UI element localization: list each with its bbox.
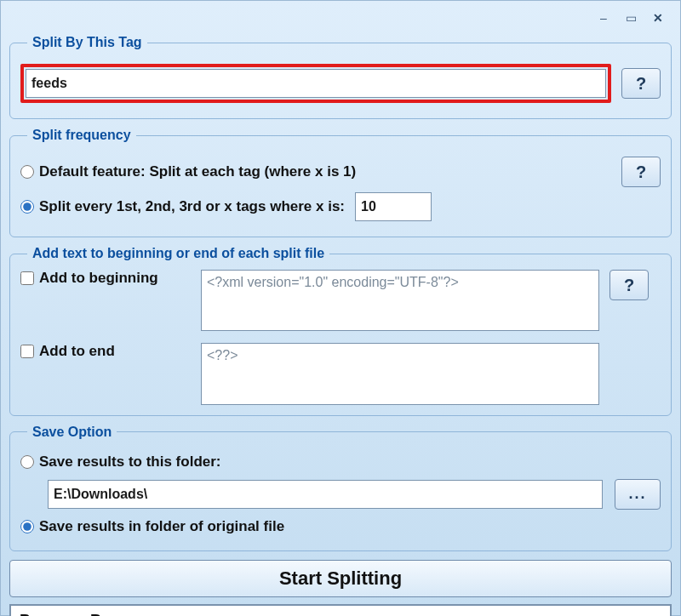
start-splitting-button[interactable]: Start Splitting	[9, 560, 672, 597]
save-option-folder-label: Save results to this folder:	[39, 453, 221, 471]
help-button-split-tag[interactable]: ?	[621, 68, 661, 99]
add-begin-checkbox[interactable]	[20, 271, 34, 285]
app-window: – ▭ ✕ Split By This Tag ? Split frequenc…	[0, 0, 681, 616]
add-end-option[interactable]: Add to end	[20, 343, 191, 360]
freq-radio-every[interactable]	[20, 200, 34, 214]
titlebar: – ▭ ✕	[6, 6, 675, 30]
add-end-textarea[interactable]	[201, 343, 599, 404]
save-radio-original[interactable]	[20, 520, 34, 533]
add-end-label: Add to end	[39, 343, 115, 360]
maximize-button[interactable]: ▭	[619, 10, 643, 26]
add-begin-label: Add to beginning	[39, 270, 158, 287]
freq-option-default[interactable]: Default feature: Split at each tag (wher…	[20, 163, 356, 180]
group-add-text: Add text to beginning or end of each spl…	[9, 246, 672, 416]
freq-x-input[interactable]	[355, 192, 432, 221]
group-split-tag-legend: Split By This Tag	[27, 35, 147, 50]
browse-button[interactable]: ...	[615, 479, 661, 510]
progress-bar-label: Progress Bar	[20, 612, 116, 616]
group-split-frequency: Split frequency Default feature: Split a…	[9, 128, 672, 237]
save-folder-input[interactable]	[48, 480, 603, 509]
add-begin-textarea[interactable]	[201, 270, 599, 331]
help-button-add-text[interactable]: ?	[609, 270, 649, 300]
group-save-option-legend: Save Option	[27, 425, 117, 440]
save-option-folder[interactable]: Save results to this folder:	[20, 453, 221, 471]
tag-input-highlight	[20, 64, 611, 103]
help-button-frequency[interactable]: ?	[621, 157, 661, 187]
freq-option-every[interactable]: Split every 1st, 2nd, 3rd or x tags wher…	[20, 198, 345, 215]
freq-radio-default[interactable]	[20, 165, 34, 179]
save-radio-folder[interactable]	[20, 455, 34, 469]
add-end-checkbox[interactable]	[20, 345, 34, 358]
group-split-frequency-legend: Split frequency	[27, 128, 136, 143]
split-tag-input[interactable]	[26, 69, 606, 98]
minimize-button[interactable]: –	[592, 10, 615, 26]
progress-bar: Progress Bar	[9, 604, 672, 616]
group-save-option: Save Option Save results to this folder:…	[9, 425, 672, 551]
freq-option-every-label: Split every 1st, 2nd, 3rd or x tags wher…	[39, 198, 345, 215]
group-add-text-legend: Add text to beginning or end of each spl…	[27, 246, 329, 261]
freq-option-default-label: Default feature: Split at each tag (wher…	[39, 163, 356, 180]
save-option-original[interactable]: Save results in folder of original file	[20, 518, 284, 535]
save-option-original-label: Save results in folder of original file	[39, 518, 284, 535]
close-button[interactable]: ✕	[646, 10, 670, 26]
group-split-tag: Split By This Tag ?	[9, 35, 672, 119]
add-begin-option[interactable]: Add to beginning	[20, 270, 191, 287]
